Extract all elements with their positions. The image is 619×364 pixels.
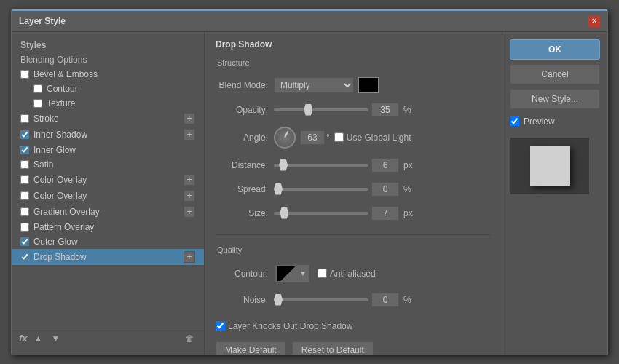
cancel-button[interactable]: Cancel (510, 64, 600, 84)
opacity-input[interactable] (371, 103, 399, 117)
layer-knocks-out-checkbox[interactable] (216, 321, 225, 331)
anti-aliased-label[interactable]: Anti-aliased (318, 269, 376, 279)
checkbox-contour[interactable] (33, 84, 42, 93)
fx-down-button[interactable]: ▼ (50, 332, 63, 345)
checkbox-color-overlay1[interactable] (20, 175, 29, 184)
style-item-outer-glow[interactable]: Outer Glow (12, 234, 204, 249)
use-global-light-text: Use Global Light (347, 132, 411, 143)
preview-check-row[interactable]: Preview (510, 114, 600, 130)
spread-unit: % (403, 184, 411, 194)
style-item-gradient-overlay[interactable]: Gradient Overlay + (12, 204, 204, 220)
shadow-color-swatch[interactable] (358, 77, 379, 93)
size-input[interactable] (371, 206, 399, 221)
fx-label: fx (19, 333, 28, 344)
opacity-slider[interactable] (274, 108, 368, 111)
left-panel: Styles Blending Options Bevel & Emboss C… (12, 32, 205, 355)
size-label: Size: (216, 208, 274, 218)
style-item-stroke[interactable]: Stroke + (12, 111, 204, 127)
knob-indicator (284, 130, 288, 138)
style-item-pattern-overlay[interactable]: Pattern Overlay (12, 220, 204, 234)
style-item-inner-shadow[interactable]: Inner Shadow + (12, 127, 204, 143)
contour-preview (277, 266, 298, 281)
style-item-color-overlay2[interactable]: Color Overlay + (12, 188, 204, 204)
angle-input[interactable] (300, 130, 325, 145)
add-inner-shadow-button[interactable]: + (184, 129, 195, 141)
style-item-contour[interactable]: Contour (12, 82, 204, 96)
reset-to-default-button[interactable]: Reset to Default (292, 341, 374, 355)
opacity-row: Opacity: % (216, 103, 491, 117)
checkbox-gradient-overlay[interactable] (20, 207, 29, 216)
distance-slider[interactable] (274, 164, 368, 167)
checkbox-texture[interactable] (33, 99, 42, 108)
angle-knob[interactable] (274, 127, 296, 149)
checkbox-drop-shadow[interactable] (20, 253, 29, 261)
structure-label: Structure (216, 58, 491, 67)
use-global-light-checkbox[interactable] (334, 132, 344, 142)
checkbox-bevel-emboss[interactable] (20, 70, 29, 79)
fx-delete-button[interactable]: 🗑 (184, 332, 197, 345)
label-texture: Texture (47, 98, 195, 108)
make-default-button[interactable]: Make Default (216, 341, 286, 355)
layer-knocks-out-label[interactable]: Layer Knocks Out Drop Shadow (216, 321, 352, 331)
divider (216, 234, 491, 235)
size-slider-container: px (274, 206, 413, 221)
blend-mode-row: Blend Mode: Multiply Normal Screen Overl… (216, 77, 491, 93)
add-color-overlay2-button[interactable]: + (184, 190, 195, 202)
blend-mode-select[interactable]: Multiply Normal Screen Overlay (274, 77, 354, 93)
style-item-bevel-emboss[interactable]: Bevel & Emboss (12, 67, 204, 82)
preview-checkbox[interactable] (510, 116, 519, 126)
angle-unit: ° (326, 132, 330, 143)
dialog-body: Styles Blending Options Bevel & Emboss C… (12, 32, 607, 355)
add-color-overlay1-button[interactable]: + (184, 174, 195, 186)
anti-aliased-checkbox[interactable] (318, 269, 327, 278)
contour-label: Contour: (216, 269, 274, 279)
spread-input[interactable] (371, 182, 399, 197)
add-gradient-overlay-button[interactable]: + (184, 206, 195, 218)
noise-slider-container: % (274, 293, 411, 307)
add-drop-shadow-button[interactable]: + (184, 251, 195, 263)
contour-arrow-icon: ▼ (299, 269, 307, 277)
style-item-drop-shadow[interactable]: Drop Shadow + (12, 249, 204, 265)
noise-slider[interactable] (274, 298, 368, 301)
spread-slider-container: % (274, 182, 411, 197)
label-satin: Satin (33, 159, 195, 170)
spread-slider[interactable] (274, 188, 368, 191)
preview-label: Preview (524, 116, 555, 127)
checkbox-stroke[interactable] (20, 114, 29, 123)
label-drop-shadow: Drop Shadow (33, 252, 184, 262)
checkbox-pattern-overlay[interactable] (20, 223, 29, 232)
fx-up-button[interactable]: ▲ (32, 332, 45, 345)
ok-button[interactable]: OK (510, 39, 600, 60)
angle-label: Angle: (216, 132, 274, 143)
style-item-satin[interactable]: Satin (12, 157, 204, 172)
blending-options-item[interactable]: Blending Options (12, 52, 204, 67)
style-item-inner-glow[interactable]: Inner Glow (12, 143, 204, 157)
size-unit: px (403, 208, 413, 218)
distance-input[interactable] (371, 158, 399, 173)
checkbox-satin[interactable] (20, 160, 29, 169)
label-outer-glow: Outer Glow (33, 237, 195, 247)
noise-input[interactable] (371, 293, 399, 307)
preview-box (510, 137, 590, 195)
add-stroke-button[interactable]: + (184, 113, 195, 124)
spread-row: Spread: % (216, 182, 491, 197)
label-pattern-overlay: Pattern Overlay (33, 222, 195, 232)
style-item-color-overlay1[interactable]: Color Overlay + (12, 172, 204, 188)
label-inner-glow: Inner Glow (33, 145, 195, 155)
contour-dropdown[interactable]: ▼ (274, 264, 310, 283)
styles-header: Styles (12, 38, 204, 52)
label-stroke: Stroke (33, 114, 184, 124)
quality-label: Quality (216, 245, 491, 254)
close-button[interactable]: ✕ (588, 15, 600, 27)
checkbox-color-overlay2[interactable] (20, 191, 29, 200)
default-buttons-row: Make Default Reset to Default (216, 341, 491, 355)
new-style-button[interactable]: New Style... (510, 89, 600, 109)
checkbox-inner-glow[interactable] (20, 146, 29, 154)
use-global-light-label[interactable]: Use Global Light (334, 132, 411, 143)
size-slider[interactable] (274, 212, 368, 215)
noise-label: Noise: (216, 295, 274, 305)
distance-row: Distance: px (216, 158, 491, 173)
checkbox-outer-glow[interactable] (20, 237, 29, 246)
style-item-texture[interactable]: Texture (12, 96, 204, 111)
checkbox-inner-shadow[interactable] (20, 130, 29, 139)
